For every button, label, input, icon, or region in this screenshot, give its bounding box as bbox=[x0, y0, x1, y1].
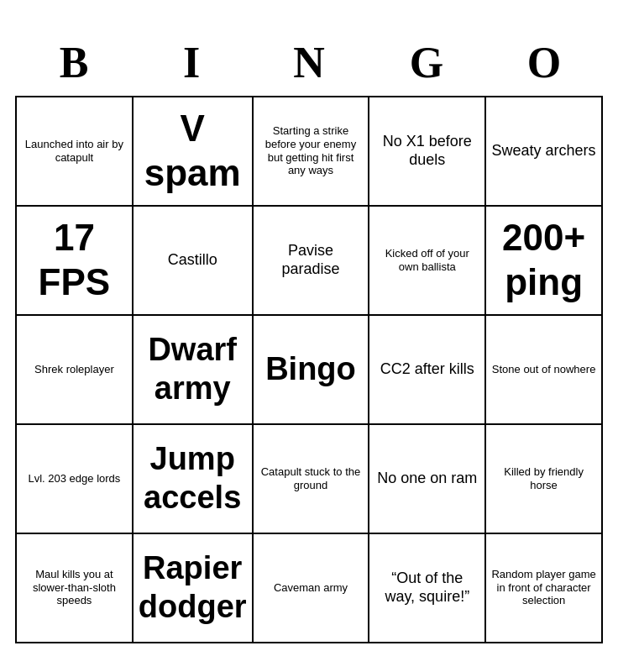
cell-text-22: Caveman army bbox=[274, 581, 348, 595]
cell-text-13: CC2 after kills bbox=[380, 360, 474, 379]
cell-text-23: “Out of the way, squire!” bbox=[374, 570, 479, 606]
bingo-cell-19: Killed by friendly horse bbox=[486, 425, 603, 534]
cell-text-7: Pavise paradise bbox=[259, 242, 364, 278]
cell-text-12: Bingo bbox=[265, 350, 356, 389]
bingo-cell-7: Pavise paradise bbox=[254, 207, 370, 316]
cell-text-15: Lvl. 203 edge lords bbox=[28, 472, 120, 486]
cell-text-8: Kicked off of your own ballista bbox=[374, 247, 479, 273]
cell-text-20: Maul kills you at slower-than-sloth spee… bbox=[22, 568, 127, 607]
bingo-cell-23: “Out of the way, squire!” bbox=[369, 534, 486, 643]
bingo-cell-11: Dwarf army bbox=[134, 316, 254, 425]
cell-text-6: Castillo bbox=[168, 251, 217, 270]
cell-text-1: V spam bbox=[139, 107, 247, 196]
cell-text-24: Random player game in front of character… bbox=[491, 568, 596, 607]
bingo-cell-6: Castillo bbox=[134, 207, 254, 316]
cell-text-21: Rapier dodger bbox=[139, 549, 247, 626]
bingo-cell-3: No X1 before duels bbox=[369, 97, 486, 207]
bingo-cell-12: Bingo bbox=[254, 316, 370, 425]
bingo-cell-16: Jump accels bbox=[134, 425, 254, 534]
bingo-cell-10: Shrek roleplayer bbox=[17, 316, 134, 425]
bingo-cell-5: 17 FPS bbox=[17, 207, 134, 316]
header-letter-o: O bbox=[490, 38, 599, 87]
cell-text-10: Shrek roleplayer bbox=[34, 363, 114, 376]
bingo-cell-14: Stone out of nowhere bbox=[486, 316, 603, 425]
cell-text-17: Catapult stuck to the ground bbox=[259, 465, 364, 491]
cell-text-14: Stone out of nowhere bbox=[492, 363, 596, 376]
cell-text-9: 200+ ping bbox=[491, 216, 596, 305]
cell-text-4: Sweaty archers bbox=[492, 142, 596, 160]
cell-text-16: Jump accels bbox=[139, 440, 247, 517]
header-letter-g: G bbox=[372, 38, 481, 87]
bingo-cell-24: Random player game in front of character… bbox=[486, 534, 603, 643]
cell-text-18: No one on ram bbox=[377, 470, 477, 488]
bingo-cell-9: 200+ ping bbox=[486, 207, 603, 316]
bingo-header: BINGO bbox=[15, 29, 603, 96]
bingo-cell-20: Maul kills you at slower-than-sloth spee… bbox=[17, 534, 134, 643]
bingo-cell-13: CC2 after kills bbox=[369, 316, 486, 425]
cell-text-5: 17 FPS bbox=[22, 216, 127, 305]
bingo-cell-17: Catapult stuck to the ground bbox=[254, 425, 370, 534]
cell-text-0: Launched into air by catapult bbox=[22, 138, 127, 164]
bingo-cell-22: Caveman army bbox=[254, 534, 370, 643]
header-letter-i: I bbox=[137, 38, 246, 87]
bingo-cell-8: Kicked off of your own ballista bbox=[369, 207, 486, 316]
bingo-cell-15: Lvl. 203 edge lords bbox=[17, 425, 134, 534]
bingo-grid: Launched into air by catapultV spamStart… bbox=[15, 96, 603, 643]
cell-text-19: Killed by friendly horse bbox=[491, 465, 596, 491]
cell-text-2: Starting a strike before your enemy but … bbox=[259, 124, 364, 176]
bingo-cell-1: V spam bbox=[134, 97, 254, 207]
bingo-cell-2: Starting a strike before your enemy but … bbox=[254, 97, 370, 207]
bingo-card: BINGO Launched into air by catapultV spa… bbox=[7, 21, 611, 652]
bingo-cell-21: Rapier dodger bbox=[134, 534, 254, 643]
bingo-cell-4: Sweaty archers bbox=[486, 97, 603, 207]
cell-text-3: No X1 before duels bbox=[374, 133, 479, 169]
bingo-cell-0: Launched into air by catapult bbox=[17, 97, 134, 207]
header-letter-b: B bbox=[19, 38, 128, 87]
header-letter-n: N bbox=[254, 38, 364, 87]
bingo-cell-18: No one on ram bbox=[369, 425, 486, 534]
cell-text-11: Dwarf army bbox=[139, 331, 247, 407]
